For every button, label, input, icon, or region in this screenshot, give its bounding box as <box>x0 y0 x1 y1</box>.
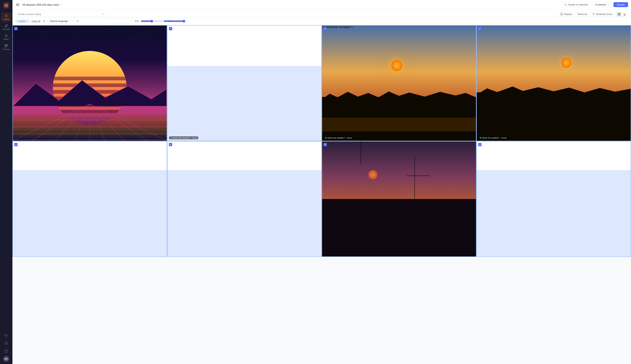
image-cell[interactable] <box>13 25 167 141</box>
search-query-box[interactable] <box>15 11 107 17</box>
image-checkbox[interactable] <box>169 27 172 30</box>
select-all-button[interactable]: Select all <box>575 12 589 16</box>
svg-rect-1 <box>7 4 8 5</box>
save-slice-button[interactable]: Save slice <box>172 20 183 22</box>
svg-marker-33 <box>322 92 476 99</box>
svg-rect-5 <box>5 44 6 46</box>
toolbar-right: Display Select all Similarity Score <box>558 12 628 17</box>
clear-all-button[interactable]: Clear all <box>32 20 40 22</box>
range-slider-min[interactable] <box>141 20 163 23</box>
svg-rect-11 <box>618 13 619 14</box>
search-text-input-wrap: sunset <box>74 18 133 24</box>
svg-rect-7 <box>5 46 6 47</box>
svg-rect-6 <box>7 44 8 46</box>
svg-rect-14 <box>619 14 620 15</box>
svg-line-29 <box>90 104 124 141</box>
range-slider-wrap <box>141 20 166 23</box>
selected-count-button[interactable]: 8 selected <box>593 2 612 7</box>
sidebar-item-model[interactable]: Model <box>1 32 11 42</box>
svg-line-23 <box>13 104 90 141</box>
svg-line-30 <box>90 104 147 141</box>
search-query-input[interactable] <box>18 13 102 16</box>
image-cell[interactable] <box>322 141 476 257</box>
language-select[interactable]: Natural language <box>48 18 73 24</box>
svg-point-15 <box>77 20 78 22</box>
svg-line-25 <box>55 104 90 141</box>
svg-rect-2 <box>5 6 6 7</box>
view-toggle <box>616 12 628 17</box>
theme-toggle[interactable] <box>1 332 11 338</box>
sidebar-item-annotate[interactable]: Annotate <box>1 22 11 32</box>
svg-point-4 <box>6 36 7 36</box>
svg-line-24 <box>32 104 90 141</box>
user-avatar[interactable]: MV <box>3 356 9 362</box>
image-checkbox[interactable] <box>324 27 327 30</box>
image-cell[interactable]: what's the weather? - Good <box>167 25 322 141</box>
svg-line-28 <box>90 104 105 141</box>
range-max-label: 1 <box>168 20 170 22</box>
applied-filter-badge: 1 applied <box>15 19 30 23</box>
image-checkbox[interactable] <box>14 27 18 30</box>
svg-line-31 <box>90 104 167 141</box>
image-label-badge: what's the weather? - Good <box>169 136 198 139</box>
similarity-score-button[interactable]: Similarity Score <box>590 12 614 16</box>
sidebar-item-schema[interactable]: Schema <box>1 42 11 52</box>
app-logo[interactable] <box>3 2 10 9</box>
image-cell[interactable] <box>167 141 322 257</box>
image-cell[interactable] <box>13 141 167 257</box>
image-checkbox[interactable] <box>478 27 482 30</box>
svg-rect-0 <box>5 4 6 5</box>
dataset-title[interactable]: All datasets (958,494 data rows) <box>22 3 62 6</box>
sidebar-bottom: MV <box>1 332 11 362</box>
image-checkbox[interactable] <box>324 143 327 146</box>
remove-filter-button[interactable] <box>42 19 46 24</box>
image-checkbox[interactable] <box>478 143 482 146</box>
filter-row: 1 applied Clear all Natural language sun… <box>13 17 631 25</box>
range-min-label: 0.5 <box>134 20 139 22</box>
image-label-badge: what's the weather? - Good <box>324 136 353 139</box>
menu-button[interactable] <box>15 3 20 6</box>
svg-point-9 <box>565 4 567 6</box>
search-text-input[interactable]: sunset <box>80 20 131 22</box>
toolbar: Display Select all Similarity Score <box>13 10 631 17</box>
svg-marker-16 <box>13 80 167 106</box>
help-btn[interactable] <box>1 348 11 354</box>
sidebar-item-catalog[interactable]: Catalog <box>1 12 11 22</box>
svg-marker-34 <box>477 86 631 94</box>
main-content: All datasets (958,494 data rows) Similar… <box>13 0 631 364</box>
chart-view-button[interactable] <box>622 12 628 16</box>
image-cell[interactable]: what's the weather? - Good <box>476 25 631 141</box>
image-cell[interactable] <box>476 141 631 257</box>
topbar: All datasets (958,494 data rows) Similar… <box>13 0 631 10</box>
similar-to-selection-button[interactable]: Similar to selection <box>561 2 591 8</box>
svg-rect-10 <box>561 13 563 15</box>
image-checkbox[interactable] <box>169 143 172 146</box>
topbar-actions: Similar to selection 8 selected Sample <box>561 2 628 8</box>
svg-rect-3 <box>7 6 8 7</box>
display-button[interactable]: Display <box>558 12 574 16</box>
grid-view-button[interactable] <box>616 12 622 16</box>
image-cell[interactable]: ') center/cover no-repeat;"> what's the … <box>322 25 476 141</box>
sidebar: Catalog Annotate Model Schema <box>0 0 13 364</box>
image-grid: what's the weather? - Good ') center/cov… <box>13 25 631 257</box>
search-query-arrow[interactable] <box>102 12 104 16</box>
sample-button[interactable]: Sample <box>613 2 628 7</box>
svg-rect-12 <box>619 13 620 14</box>
svg-rect-13 <box>618 14 619 15</box>
image-grid-area: what's the weather? - Good ') center/cov… <box>13 25 631 364</box>
image-label-badge: what's the weather? - Good <box>478 136 508 139</box>
notifications-btn[interactable] <box>1 340 11 346</box>
image-checkbox[interactable] <box>14 143 18 146</box>
svg-line-26 <box>74 104 90 141</box>
